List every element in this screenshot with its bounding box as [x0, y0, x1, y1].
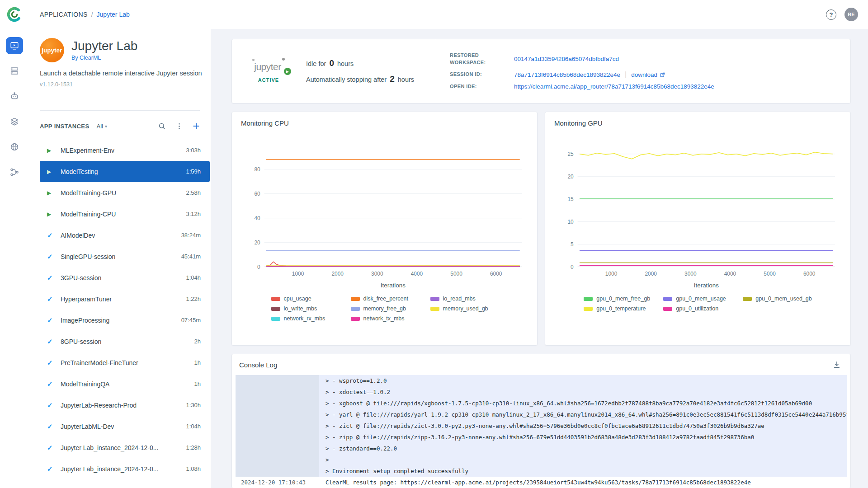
svg-text:1000: 1000: [605, 271, 618, 277]
instance-row[interactable]: ▶ ✓ JupyterLab-Research-Prod 1:30h: [40, 394, 210, 416]
legend-item[interactable]: cpu_usage: [271, 296, 339, 302]
legend-item[interactable]: network_tx_mbs: [351, 315, 419, 322]
legend-item[interactable]: io_write_mbs: [271, 305, 339, 312]
console-log-row: > Environment setup completed successful…: [236, 465, 847, 477]
nav-datasets[interactable]: [6, 113, 23, 130]
app-by-link[interactable]: By ClearML: [71, 55, 137, 61]
svg-text:5: 5: [571, 241, 574, 248]
gpu-chart[interactable]: 0510152025100020003000400050006000Iterat…: [554, 130, 841, 291]
legend-label: io_read_mbs: [443, 296, 476, 302]
instance-duration: 1h: [190, 359, 201, 366]
legend-item[interactable]: memory_used_gb: [430, 305, 498, 312]
gpu-chart-legend: gpu_0_mem_free_gbgpu_0_mem_usagegpu_0_me…: [584, 296, 811, 312]
instance-duration: 3:12h: [181, 211, 201, 217]
breadcrumb-applications[interactable]: APPLICATIONS: [40, 11, 88, 18]
legend-swatch: [743, 297, 752, 301]
nav-hyper-datasets[interactable]: [6, 138, 23, 155]
svg-text:5000: 5000: [450, 271, 462, 277]
caret-down-icon: ▾: [105, 124, 107, 129]
log-text: > - zict @ file:///rapids/zict-3.0.0-py2…: [319, 420, 847, 432]
svg-text:6000: 6000: [490, 271, 502, 277]
nav-pipelines[interactable]: [6, 164, 23, 181]
instance-row[interactable]: ▶ ✓ AIModelDev 38:24m: [40, 225, 210, 246]
instance-row[interactable]: ▶ ✓ ModelTraining-CPU 3:12h: [40, 203, 210, 225]
completed-status-icon: ✓: [47, 422, 56, 431]
app-instances-header: APP INSTANCES All ▾: [29, 114, 211, 138]
legend-item[interactable]: network_rx_mbs: [271, 315, 339, 322]
instance-row[interactable]: ▶ ✓ ModelTesting 1:59h: [40, 161, 210, 182]
restored-workspace-label: RESTORED WORKSPACE:: [450, 52, 514, 66]
instance-row[interactable]: ▶ ✓ SingleGPU-session 45:41m: [40, 246, 210, 267]
instance-duration: 1:30h: [181, 402, 201, 408]
nav-queues[interactable]: [6, 62, 23, 80]
svg-text:20: 20: [567, 174, 574, 180]
instance-row[interactable]: ▶ ✓ ImageProcessing 07:45m: [40, 310, 210, 331]
avatar[interactable]: RE: [844, 8, 858, 21]
legend-item[interactable]: io_read_mbs: [430, 296, 498, 302]
kebab-menu-button[interactable]: [174, 121, 184, 131]
kebab-menu-icon: [175, 122, 184, 131]
legend-item[interactable]: gpu_0_mem_used_gb: [743, 296, 811, 302]
add-instance-button[interactable]: [191, 121, 202, 131]
legend-item[interactable]: gpu_0_mem_usage: [663, 296, 731, 302]
nav-applications[interactable]: [6, 37, 23, 54]
completed-status-icon: ✓: [47, 465, 56, 473]
legend-item[interactable]: gpu_0_temperature: [584, 305, 651, 312]
legend-swatch: [351, 307, 360, 311]
clearml-logo[interactable]: [0, 6, 29, 23]
instance-row[interactable]: ▶ ✓ HyperparamTuner 1:22h: [40, 288, 210, 310]
console-download-button[interactable]: [830, 358, 843, 371]
instances-filter-dropdown[interactable]: All ▾: [96, 123, 107, 130]
instance-name: ModelTrainingQA: [61, 380, 109, 388]
instance-name: 3GPU-session: [61, 274, 101, 282]
instance-row[interactable]: ▶ ✓ Jupyter Lab_instance_2024-12-0... 1:…: [40, 458, 210, 479]
restored-workspace-link[interactable]: 00147a1d33594286a65074dbfbdfa7cd: [514, 56, 714, 62]
instance-row[interactable]: ▶ ✓ ModelTraining-GPU 2:58h: [40, 182, 210, 203]
log-text: > - zipp @ file:///rapids/zipp-3.16.2-py…: [319, 432, 847, 443]
nav-automation[interactable]: [6, 88, 23, 105]
cpu-chart[interactable]: 020406080100020003000400050006000Iterati…: [241, 130, 528, 291]
instance-row[interactable]: ▶ ✓ ModelTrainingQA 1h: [40, 373, 210, 394]
jupyter-wordmark: jupyter: [254, 61, 281, 72]
breadcrumb-current-page[interactable]: Jupyter Lab: [97, 11, 130, 18]
instance-row[interactable]: ▶ ✓ Jupyter Lab_instance_2024-12-0... 1:…: [40, 437, 210, 458]
jupyter-session-logo: jupyter ▶: [251, 60, 286, 73]
legend-swatch: [271, 307, 280, 311]
globe-icon: [9, 142, 19, 152]
breadcrumb-separator: /: [91, 11, 93, 18]
instance-row[interactable]: ▶ ✓ JupyterLabML-Dev 1:04h: [40, 416, 210, 437]
svg-text:1000: 1000: [292, 271, 304, 277]
completed-status-icon: ✓: [47, 338, 56, 346]
legend-item[interactable]: disk_free_percent: [351, 296, 419, 302]
legend-item[interactable]: gpu_0_mem_free_gb: [584, 296, 651, 302]
instance-row[interactable]: ▶ ✓ 8GPU-session 2h: [40, 331, 210, 352]
gpu-chart-title: Monitoring GPU: [554, 119, 841, 127]
status-divider: [436, 39, 436, 103]
instance-row[interactable]: ▶ ✓ PreTrainerModel-FineTuner 1h: [40, 352, 210, 373]
clearml-logo-icon: [6, 6, 23, 23]
console-log-title: Console Log: [239, 361, 277, 369]
instance-row[interactable]: ▶ ✓ 3GPU-session 1:04h: [40, 267, 210, 288]
app-instances-title: APP INSTANCES: [40, 123, 89, 130]
legend-item[interactable]: gpu_0_utilization: [663, 305, 731, 312]
legend-item[interactable]: memory_free_gb: [351, 305, 419, 312]
open-ide-link[interactable]: https://clearml.acme.ai/app_router/78a71…: [514, 83, 714, 90]
legend-swatch: [663, 307, 672, 311]
instance-name: Jupyter Lab_instance_2024-12-0...: [61, 444, 158, 451]
session-download-link[interactable]: download: [631, 71, 665, 78]
console-log-header: Console Log: [236, 354, 847, 375]
help-icon[interactable]: ?: [826, 9, 836, 20]
running-status-icon: ▶: [47, 147, 56, 154]
instance-row[interactable]: ▶ ✓ MLExperiment-Env 3:03h: [40, 140, 210, 161]
svg-text:Iterations: Iterations: [381, 282, 406, 289]
app-description: Launch a detachable remote interactive J…: [40, 70, 200, 77]
search-button[interactable]: [156, 121, 167, 131]
svg-text:0: 0: [571, 264, 574, 270]
console-log-row: > - yarl @ file:///rapids/yarl-1.9.2-cp3…: [236, 409, 847, 420]
instance-duration: 1:04h: [181, 423, 201, 430]
automation-robot-icon: [9, 91, 19, 101]
legend-swatch: [271, 297, 280, 301]
log-timestamp: [236, 409, 319, 420]
session-id-link[interactable]: 78a71713f6914c85b68dec1893822e4e: [514, 71, 620, 78]
instance-name: AIModelDev: [61, 232, 95, 239]
